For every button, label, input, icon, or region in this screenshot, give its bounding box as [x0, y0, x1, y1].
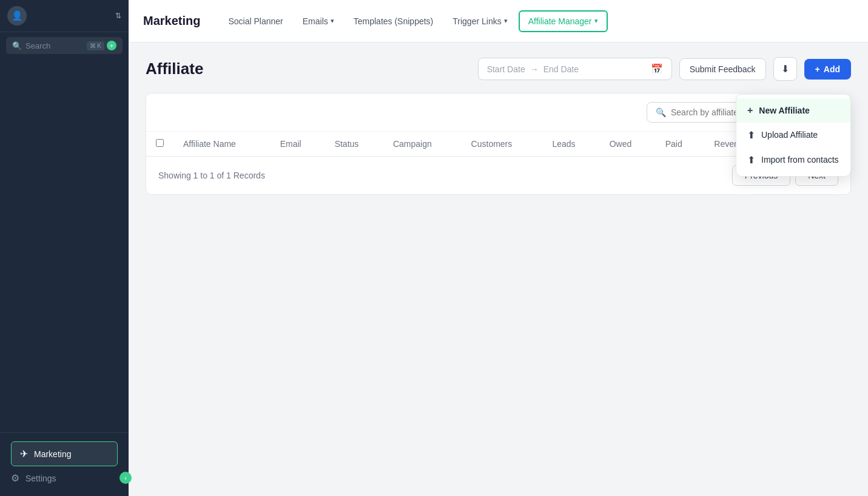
emails-label: Emails [303, 16, 328, 26]
add-label: Add [824, 64, 840, 74]
keyboard-shortcut: ⌘ K [87, 41, 104, 50]
sidebar-item-marketing[interactable]: ✈ Marketing [11, 441, 118, 466]
sidebar-user[interactable]: 👤 ⇅ [0, 0, 129, 32]
import-contacts-label: Import from contacts [761, 155, 839, 165]
download-icon: ⬇ [781, 63, 789, 75]
date-range-picker[interactable]: Start Date → End Date 📅 [478, 58, 672, 80]
add-icon: + [815, 64, 820, 74]
sidebar-settings-label: Settings [25, 474, 56, 483]
top-navigation: Marketing Social Planner Emails ▾ Templa… [129, 0, 868, 42]
dropdown-import-contacts[interactable]: ⬆ Import from contacts [736, 148, 850, 172]
col-email: Email [271, 132, 325, 157]
add-quick-icon: + [107, 41, 116, 50]
app-title: Marketing [143, 14, 200, 28]
chevron-up-down-icon: ⇅ [115, 12, 121, 20]
records-count: Showing 1 to 1 of 1 Records [158, 171, 265, 180]
send-icon: ✈ [20, 448, 28, 460]
nav-links: Social Planner Emails ▾ Templates (Snipp… [220, 10, 607, 32]
nav-social-planner[interactable]: Social Planner [220, 12, 291, 31]
templates-label: Templates (Snippets) [354, 16, 434, 26]
search-icon: 🔍 [12, 41, 22, 50]
col-leads: Leads [542, 132, 599, 157]
select-all-checkbox[interactable] [156, 139, 164, 147]
dropdown-upload-affiliate[interactable]: ⬆ Upload Affiliate [736, 123, 850, 148]
page-title: Affiliate [146, 59, 471, 78]
emails-chevron-icon: ▾ [331, 17, 334, 25]
content-header: Affiliate Start Date → End Date 📅 Submit… [146, 57, 851, 81]
sidebar: 👤 ⇅ 🔍 Search ⌘ K + ✈ Marketing ⚙ Setting… [0, 0, 129, 496]
start-date-label: Start Date [487, 64, 525, 74]
main-content: Marketing Social Planner Emails ▾ Templa… [129, 0, 868, 496]
sidebar-bottom: ✈ Marketing ⚙ Settings [0, 432, 129, 496]
page-content: Affiliate Start Date → End Date 📅 Submit… [129, 42, 868, 496]
import-icon: ⬆ [747, 154, 755, 166]
download-button[interactable]: ⬇ [773, 57, 797, 81]
nav-affiliate-manager[interactable]: Affiliate Manager ▾ [519, 10, 608, 32]
nav-emails[interactable]: Emails ▾ [294, 12, 343, 31]
add-button-wrapper: + Add + New Affiliate ⬆ Upload Affiliate… [804, 59, 851, 80]
col-campaign: Campaign [383, 132, 462, 157]
search-label: Search [25, 41, 87, 50]
col-affiliate-name: Affiliate Name [173, 132, 271, 157]
col-owed: Owed [600, 132, 656, 157]
nav-trigger-links[interactable]: Trigger Links ▾ [444, 12, 516, 31]
sidebar-search[interactable]: 🔍 Search ⌘ K + [6, 37, 123, 54]
affiliate-manager-label: Affiliate Manager [528, 16, 592, 26]
submit-feedback-button[interactable]: Submit Feedback [679, 58, 766, 80]
sidebar-item-settings[interactable]: ⚙ Settings [7, 467, 121, 489]
select-all-column [146, 132, 173, 157]
upload-affiliate-label: Upload Affiliate [761, 130, 818, 140]
col-status: Status [325, 132, 383, 157]
col-customers: Customers [462, 132, 543, 157]
nav-templates[interactable]: Templates (Snippets) [345, 12, 442, 31]
sidebar-toggle-button[interactable]: ‹ [119, 472, 132, 484]
add-button[interactable]: + Add [804, 59, 851, 80]
dropdown-new-affiliate[interactable]: + New Affiliate [736, 98, 850, 123]
sidebar-item-marketing-label: Marketing [34, 449, 71, 459]
trigger-links-label: Trigger Links [453, 16, 501, 26]
col-paid: Paid [656, 132, 705, 157]
end-date-label: End Date [543, 64, 579, 74]
calendar-icon: 📅 [651, 63, 663, 75]
add-dropdown-menu: + New Affiliate ⬆ Upload Affiliate ⬆ Imp… [736, 94, 851, 177]
social-planner-label: Social Planner [228, 16, 283, 26]
date-range-arrow-icon: → [530, 64, 539, 74]
plus-icon: + [747, 105, 753, 116]
trigger-links-chevron-icon: ▾ [504, 17, 508, 25]
upload-icon: ⬆ [747, 129, 755, 141]
search-icon: 🔍 [656, 107, 666, 117]
user-avatar-icon: 👤 [7, 6, 27, 25]
sidebar-nav [0, 59, 129, 432]
new-affiliate-label: New Affiliate [759, 106, 810, 115]
gear-icon: ⚙ [11, 472, 19, 484]
affiliate-manager-chevron-icon: ▾ [594, 17, 598, 25]
